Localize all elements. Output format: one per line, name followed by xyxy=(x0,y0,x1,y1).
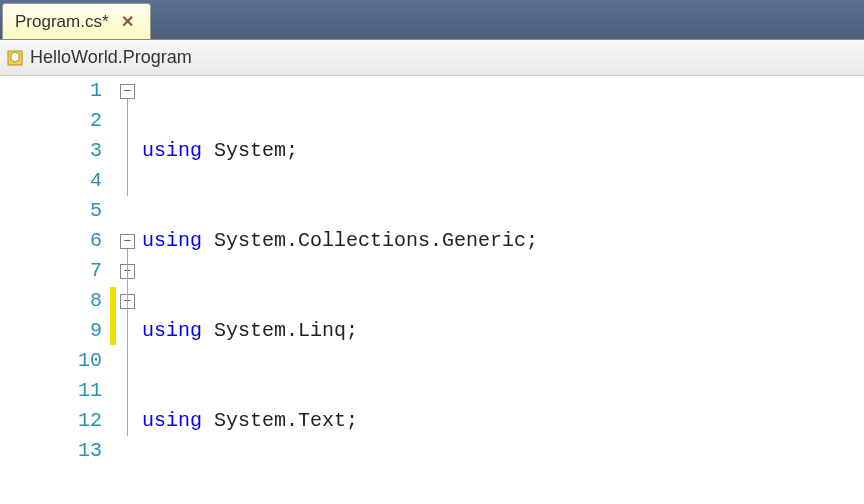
line-number: 12 xyxy=(0,406,110,436)
collapse-icon[interactable]: − xyxy=(120,234,135,249)
fold-guide xyxy=(127,99,128,196)
line-number: 13 xyxy=(0,436,110,466)
code-line: using System.Text; xyxy=(142,406,682,436)
line-number: 7 xyxy=(0,256,110,286)
outlining-margin: − − − − xyxy=(118,76,142,476)
modification-margin xyxy=(110,76,118,504)
code-line xyxy=(142,496,682,504)
line-number: 9 xyxy=(0,316,110,346)
line-number: 8 xyxy=(0,286,110,316)
line-number: 6 xyxy=(0,226,110,256)
code-line: using System; xyxy=(142,136,682,166)
tab-bar: Program.cs* ✕ xyxy=(0,0,864,40)
line-number: 10 xyxy=(0,346,110,376)
line-number: 11 xyxy=(0,376,110,406)
tab-program-cs[interactable]: Program.cs* ✕ xyxy=(2,3,151,39)
line-number: 3 xyxy=(0,136,110,166)
tab-title: Program.cs* xyxy=(15,12,109,32)
class-icon xyxy=(6,49,24,67)
navigation-bar: HelloWorld.Program xyxy=(0,40,864,76)
close-icon[interactable]: ✕ xyxy=(119,12,136,31)
code-area[interactable]: using System; using System.Collections.G… xyxy=(142,76,682,504)
code-editor[interactable]: 1 2 3 4 5 6 7 8 9 10 11 12 13 − − − − us… xyxy=(0,76,864,504)
collapse-icon[interactable]: − xyxy=(120,84,135,99)
line-number: 5 xyxy=(0,196,110,226)
modified-marker xyxy=(110,287,116,345)
line-number: 2 xyxy=(0,106,110,136)
line-number-gutter: 1 2 3 4 5 6 7 8 9 10 11 12 13 xyxy=(0,76,110,504)
code-line: using System.Linq; xyxy=(142,316,682,346)
line-number: 4 xyxy=(0,166,110,196)
code-line: using System.Collections.Generic; xyxy=(142,226,682,256)
fold-guide xyxy=(127,249,128,436)
line-number: 1 xyxy=(0,76,110,106)
navigation-label: HelloWorld.Program xyxy=(30,47,192,68)
